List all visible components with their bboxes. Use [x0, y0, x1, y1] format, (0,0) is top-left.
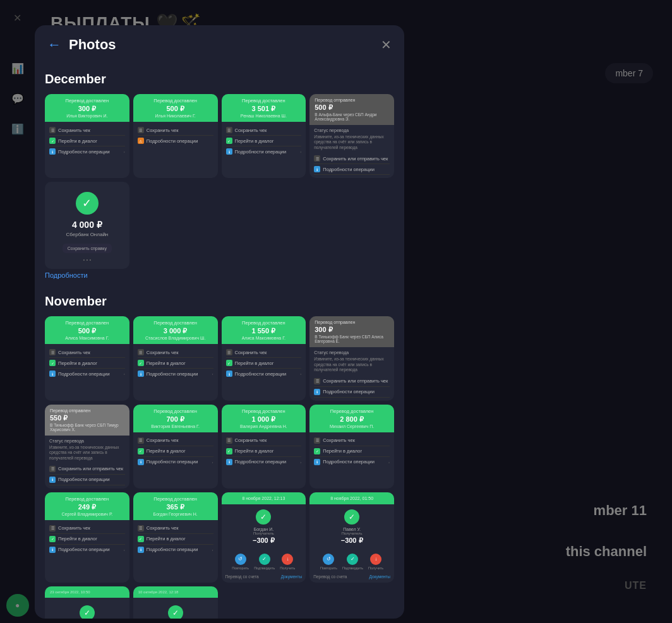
mini-check-icon-2: ✓: [344, 509, 359, 525]
sber-dots: • • •: [83, 257, 91, 263]
oct-check-icon-1: ✓: [80, 605, 95, 619]
nov-card-9[interactable]: Перевод доставлен 249 ₽ Сергей Владимиро…: [45, 492, 129, 583]
november-grid-2: Перевод отправлен 550 ₽ В Тинькофф Банк …: [45, 405, 394, 489]
nov-card-10[interactable]: Перевод доставлен 365 ₽ Богдан Георгиеви…: [133, 492, 218, 583]
december-grid: Перевод доставлен 300 ₽ Илья Викторович …: [45, 94, 394, 178]
november-grid-1: Перевод доставлен 500 ₽ Алиса Максимовна…: [45, 316, 394, 400]
dec-card-2[interactable]: Перевод доставлен 500 ₽ Илья Николаевич …: [133, 94, 218, 178]
nov-mini-2[interactable]: 8 ноября 2022, 01:50 ✓ Павел У. Получате…: [309, 492, 394, 583]
nov-card-8[interactable]: Перевод доставлен 2 800 ₽ Михаил Сергеев…: [309, 405, 394, 489]
nov-card-6[interactable]: Перевод доставлен 700 ₽ Виктория Евгенье…: [133, 405, 218, 489]
nov-card-3[interactable]: Перевод доставлен 1 550 ₽ Алиса Максимов…: [222, 316, 306, 400]
sber-bank: Сбербанк Онлайн: [66, 232, 108, 237]
action-icon-blue-1[interactable]: ↺: [235, 554, 246, 565]
nov-card-1[interactable]: Перевод доставлен 500 ₽ Алиса Максимовна…: [45, 316, 129, 400]
action-icon-blue-2[interactable]: ↺: [323, 554, 334, 565]
modal-title: Photos: [69, 37, 381, 53]
action-icon-red-2[interactable]: ↓: [370, 554, 381, 565]
nov-card-7[interactable]: Перевод доставлен 1 000 ₽ Валерия Андрее…: [222, 405, 306, 489]
section-december: December: [45, 72, 394, 86]
dec-card-1[interactable]: Перевод доставлен 300 ₽ Илья Викторович …: [45, 94, 129, 178]
modal-header: ← Photos ✕: [35, 25, 404, 64]
modal-body[interactable]: December Перевод доставлен 300 ₽ Илья Ви…: [35, 64, 404, 619]
action-icon-teal-2[interactable]: ✓: [347, 554, 358, 565]
modal-close-button[interactable]: ✕: [381, 37, 392, 52]
sber-card[interactable]: ✓ 4 000 ₽ Сбербанк Онлайн Сохранить спра…: [45, 182, 129, 269]
sber-save-btn[interactable]: Сохранить справку: [63, 244, 112, 253]
oct-check-icon-2: ✓: [168, 605, 183, 619]
dec-card-3[interactable]: Перевод доставлен 3 501 ₽ Ренаш Николаев…: [222, 94, 306, 178]
dec-card-4[interactable]: Перевод отправлен 500 ₽ В Альфа-Банк чер…: [309, 94, 394, 178]
mini-check-icon-1: ✓: [256, 509, 271, 525]
sber-check-icon: ✓: [76, 192, 99, 215]
modal: ← Photos ✕ December Перевод доставлен 30…: [35, 25, 404, 619]
nov-card-2[interactable]: Перевод доставлен 3 000 ₽ Стасислов Влад…: [133, 316, 218, 400]
modal-back-button[interactable]: ←: [47, 37, 61, 53]
nov-card-5[interactable]: Перевод отправлен 550 ₽ В Тинькофф Банк …: [45, 405, 129, 489]
october-grid: 23 октября 2022, 10:50 ✓ 10 октября 2022…: [45, 586, 394, 619]
detail-link[interactable]: Подробности: [45, 271, 88, 279]
action-icon-red-1[interactable]: ↓: [282, 554, 293, 565]
sber-amount: 4 000 ₽: [72, 220, 102, 230]
nov-mini-1[interactable]: 8 ноября 2022, 12:13 ✓ Богдан И. Получат…: [222, 492, 306, 583]
action-icon-teal-1[interactable]: ✓: [259, 554, 270, 565]
oct-card-1[interactable]: 23 октября 2022, 10:50 ✓: [45, 586, 129, 619]
nov-card-4[interactable]: Перевод отправлен 300 ₽ В Тинькофф Банк …: [309, 316, 394, 400]
oct-card-2[interactable]: 10 октября 2022, 12:18 ✓: [133, 586, 218, 619]
november-grid-3: Перевод доставлен 249 ₽ Сергей Владимиро…: [45, 492, 394, 583]
sber-row: ✓ 4 000 ₽ Сбербанк Онлайн Сохранить спра…: [45, 182, 394, 269]
section-november: November: [45, 294, 394, 309]
